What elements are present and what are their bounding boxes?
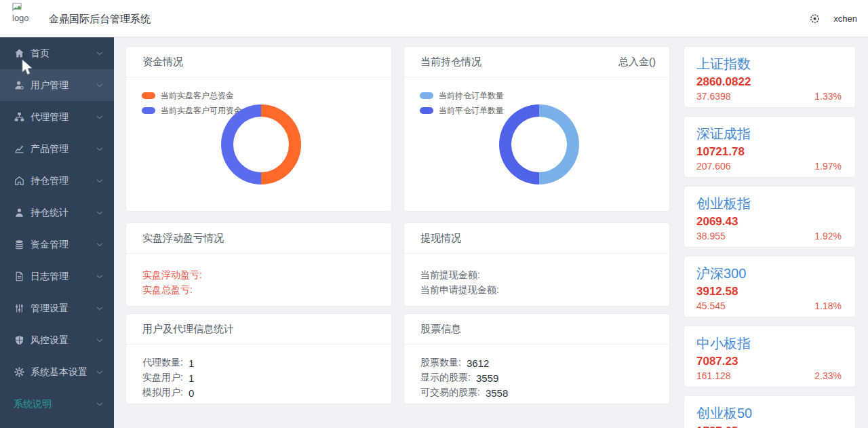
legend-label: 当前持仓订单数量 xyxy=(439,90,504,102)
legend-swatch-orange xyxy=(142,92,155,99)
sliders-icon xyxy=(14,303,24,314)
chevron-down-icon xyxy=(96,115,103,119)
user-stats-icon xyxy=(14,208,24,218)
index-percent: 1.18% xyxy=(814,300,842,311)
funds-card: 资金情况 当前实盘客户总资金 当前实盘客户可用资金 xyxy=(125,46,392,212)
withdraw-card: 提现情况 当前提现金额: 当前申请提现金额: xyxy=(403,222,670,307)
sidebar-item-label: 持仓管理 xyxy=(31,175,96,187)
chevron-down-icon xyxy=(96,275,103,279)
sidebar-item-label: 代理管理 xyxy=(31,111,96,123)
user-stats-card-header: 用户及代理信息统计 xyxy=(126,314,391,345)
legend-swatch-lightblue xyxy=(420,92,433,99)
funds-chart-area: 当前实盘客户总资金 当前实盘客户可用资金 xyxy=(126,77,391,211)
index-percent: 2.33% xyxy=(814,370,842,381)
sidebar-item-log-management[interactable]: 日志管理 xyxy=(0,260,114,292)
index-value: 7087.23 xyxy=(696,355,842,368)
sidebar-item-label: 日志管理 xyxy=(31,271,96,283)
stat-row: 显示的股票: 3559 xyxy=(420,370,653,385)
legend-item[interactable]: 当前实盘客户可用资金 xyxy=(142,106,242,115)
stock-info-card-header: 股票信息 xyxy=(404,314,669,345)
legend-item[interactable]: 当前平仓订单数量 xyxy=(420,106,504,115)
floating-pnl-line: 实盘浮动盈亏: xyxy=(142,267,375,282)
index-card-chinext[interactable]: 创业板指 2069.43 38.955 1.92% xyxy=(684,186,856,248)
user-stats-body: 代理数量: 1 实盘用户: 1 模拟用户: 0 xyxy=(126,345,391,400)
username[interactable]: xchen xyxy=(833,14,857,24)
index-name: 上证指数 xyxy=(696,56,842,72)
card-title: 用户及代理信息统计 xyxy=(142,323,234,336)
pnl-card: 实盘浮动盈亏情况 实盘浮动盈亏: 实盘总盈亏: xyxy=(125,222,392,307)
chevron-down-icon xyxy=(96,338,103,343)
sidebar-item-system-info[interactable]: 系统说明 xyxy=(0,388,114,420)
stat-label: 实盘用户: xyxy=(142,372,183,384)
index-card-shenzhen[interactable]: 深证成指 10721.78 207.606 1.97% xyxy=(684,116,856,178)
withdraw-card-header: 提现情况 xyxy=(404,223,669,254)
stat-row: 可交易的股票: 3558 xyxy=(420,385,653,400)
legend-item[interactable]: 当前实盘客户总资金 xyxy=(142,91,242,100)
sidebar-item-product-management[interactable]: 产品管理 xyxy=(0,133,114,165)
topbar-right: xchen xyxy=(810,0,857,37)
positions-card-header: 当前持仓情况 总入金() xyxy=(404,47,669,77)
card-title: 提现情况 xyxy=(420,232,461,245)
stat-value: 3612 xyxy=(467,357,489,369)
chevron-down-icon xyxy=(96,402,103,406)
positions-legend: 当前持仓订单数量 当前平仓订单数量 xyxy=(420,91,504,121)
total-deposit-label: 总入金() xyxy=(618,56,656,69)
indices-column: 上证指数 2860.0822 37.6398 1.33% 深证成指 10721.… xyxy=(684,46,856,428)
funds-card-header: 资金情况 xyxy=(126,47,391,77)
card-row-1: 资金情况 当前实盘客户总资金 当前实盘客户可用资金 xyxy=(125,46,670,212)
legend-label: 当前实盘客户总资金 xyxy=(161,90,234,102)
stat-label: 代理数量: xyxy=(142,357,183,369)
stat-value: 3558 xyxy=(486,387,508,399)
stat-label: 可交易的股票: xyxy=(420,387,480,399)
cards-column: 资金情况 当前实盘客户总资金 当前实盘客户可用资金 xyxy=(125,46,670,428)
positions-donut-chart xyxy=(499,104,579,184)
shield-icon xyxy=(14,335,24,346)
sidebar-item-agent-management[interactable]: 代理管理 xyxy=(0,101,114,133)
file-icon xyxy=(14,271,24,282)
sidebar-item-funds-management[interactable]: 资金管理 xyxy=(0,229,114,260)
gear-icon xyxy=(14,367,24,378)
withdraw-request-line: 当前申请提现金额: xyxy=(420,282,653,297)
main-content: 资金情况 当前实盘客户总资金 当前实盘客户可用资金 xyxy=(114,37,868,428)
trend-chart-icon xyxy=(14,144,24,155)
sidebar-item-position-management[interactable]: 持仓管理 xyxy=(0,165,114,197)
chevron-down-icon xyxy=(96,370,103,374)
sidebar-item-admin-settings[interactable]: 管理设置 xyxy=(0,292,114,324)
top-header: logo 金鼎国际后台管理系统 xchen xyxy=(0,0,868,37)
index-card-chinext50[interactable]: 创业板50 1787.65 xyxy=(684,395,856,428)
sidebar-item-system-basic-settings[interactable]: 系统基本设置 xyxy=(0,356,114,388)
sidebar-item-risk-settings[interactable]: 风控设置 xyxy=(0,324,114,356)
pnl-card-body: 实盘浮动盈亏: 实盘总盈亏: xyxy=(126,254,391,297)
card-title: 当前持仓情况 xyxy=(420,56,481,69)
sidebar-item-home[interactable]: 首页 xyxy=(0,37,114,69)
pnl-card-header: 实盘浮动盈亏情况 xyxy=(126,223,391,254)
warehouse-icon xyxy=(14,176,24,187)
stat-label: 模拟用户: xyxy=(142,387,183,399)
index-card-csi300[interactable]: 沪深300 3912.58 45.545 1.18% xyxy=(684,256,856,317)
legend-label: 当前实盘客户可用资金 xyxy=(161,105,242,117)
chevron-down-icon xyxy=(96,179,103,183)
index-card-sme[interactable]: 中小板指 7087.23 161.128 2.33% xyxy=(684,326,856,387)
stock-info-body: 股票数量: 3612 显示的股票: 3559 可交易的股票: 3558 xyxy=(404,345,669,400)
index-card-shanghai[interactable]: 上证指数 2860.0822 37.6398 1.33% xyxy=(684,46,856,108)
sidebar-item-label: 管理设置 xyxy=(31,303,96,315)
index-change: 38.955 xyxy=(696,231,726,241)
settings-target-icon[interactable] xyxy=(810,14,820,24)
stat-row: 股票数量: 3612 xyxy=(420,355,653,370)
legend-swatch-blue xyxy=(142,107,155,114)
sidebar-item-position-stats[interactable]: 持仓统计 xyxy=(0,197,114,229)
total-pnl-line: 实盘总盈亏: xyxy=(142,282,375,297)
stat-row: 代理数量: 1 xyxy=(142,355,375,370)
withdraw-card-body: 当前提现金额: 当前申请提现金额: xyxy=(404,254,669,297)
index-value: 2069.43 xyxy=(696,215,842,229)
sidebar-item-user-management[interactable]: 用户管理 xyxy=(0,69,114,101)
stat-value: 0 xyxy=(189,387,194,399)
chevron-down-icon xyxy=(96,83,103,87)
chevron-down-icon xyxy=(96,211,103,215)
stock-info-card: 股票信息 股票数量: 3612 显示的股票: 3559 可交易的股票: 3558 xyxy=(403,313,670,404)
positions-card: 当前持仓情况 总入金() 当前持仓订单数量 当前平仓订单数量 xyxy=(403,46,670,212)
withdraw-amount-line: 当前提现金额: xyxy=(420,267,653,282)
legend-item[interactable]: 当前持仓订单数量 xyxy=(420,91,504,100)
sidebar-item-label: 用户管理 xyxy=(31,79,96,92)
chevron-down-icon xyxy=(96,52,103,56)
